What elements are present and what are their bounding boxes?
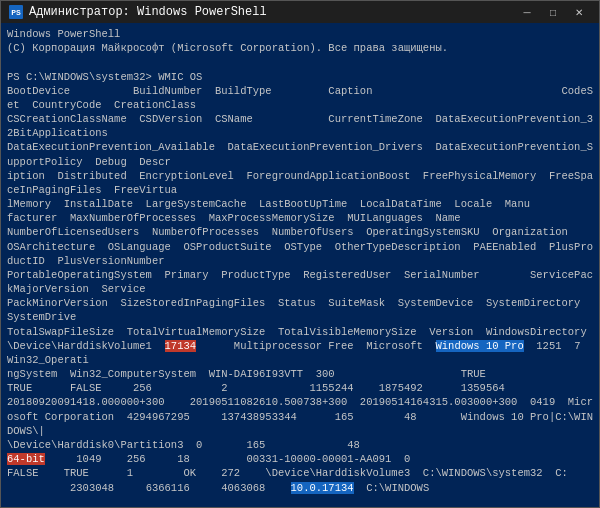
powershell-window: PS Администратор: Windows PowerShell ─ □… [0, 0, 600, 508]
line-10: facturer MaxNumberOfProcesses MaxProcess… [7, 211, 593, 225]
line-14: PackMinorVersion SizeStoredInPagingFiles… [7, 296, 593, 324]
line-15: TotalSwapFileSize TotalVirtualMemorySize… [7, 325, 593, 339]
line-4: PS C:\WINDOWS\system32> WMIC OS [7, 70, 593, 84]
line-20: osoft Corporation 4294967295 13743895334… [7, 410, 593, 438]
line-19: 20180920091418.000000+300 20190511082610… [7, 395, 593, 409]
line-12: OSArchitecture OSLanguage OSProductSuite… [7, 240, 593, 268]
line-1: Windows PowerShell [7, 27, 593, 41]
line-16: \Device\HarddiskVolume1 17134 Multiproce… [7, 339, 593, 367]
line-2: (C) Корпорация Майкрософт (Microsoft Cor… [7, 41, 593, 55]
line-23: FALSE TRUE 1 OK 272 \Device\HarddiskVolu… [7, 466, 593, 480]
line-13: PortableOperatingSystem Primary ProductT… [7, 268, 593, 296]
window-controls: ─ □ ✕ [515, 4, 591, 20]
line-7: DataExecutionPrevention_Available DataEx… [7, 140, 593, 168]
line-6: CSCreationClassName CSDVersion CSName Cu… [7, 112, 593, 140]
terminal-output[interactable]: Windows PowerShell(C) Корпорация Майкрос… [1, 23, 599, 507]
line-11: NumberOfLicensedUsers NumberOfProcesses … [7, 225, 593, 239]
window-title: Администратор: Windows PowerShell [29, 5, 509, 19]
line-5: BootDevice BuildNumber BuildType Caption… [7, 84, 593, 112]
line-21: \Device\Harddisk0\Partition3 0 165 48 [7, 438, 593, 452]
line-24: 2303048 6366116 4063068 10.0.17134 C:\WI… [7, 481, 593, 495]
title-bar: PS Администратор: Windows PowerShell ─ □… [1, 1, 599, 23]
line-9: lMemory InstallDate LargeSystemCache Las… [7, 197, 593, 211]
close-button[interactable]: ✕ [567, 4, 591, 20]
line-8: iption Distributed EncryptionLevel Foreg… [7, 169, 593, 197]
line-25 [7, 495, 593, 507]
maximize-button[interactable]: □ [541, 4, 565, 20]
line-3 [7, 55, 593, 69]
window-icon: PS [9, 5, 23, 19]
minimize-button[interactable]: ─ [515, 4, 539, 20]
line-22: 64-bit 1049 256 18 00331-10000-00001-AA0… [7, 452, 593, 466]
line-18: TRUE FALSE 256 2 1155244 1875492 1359564 [7, 381, 593, 395]
line-17: ngSystem Win32_ComputerSystem WIN-DAI96I… [7, 367, 593, 381]
